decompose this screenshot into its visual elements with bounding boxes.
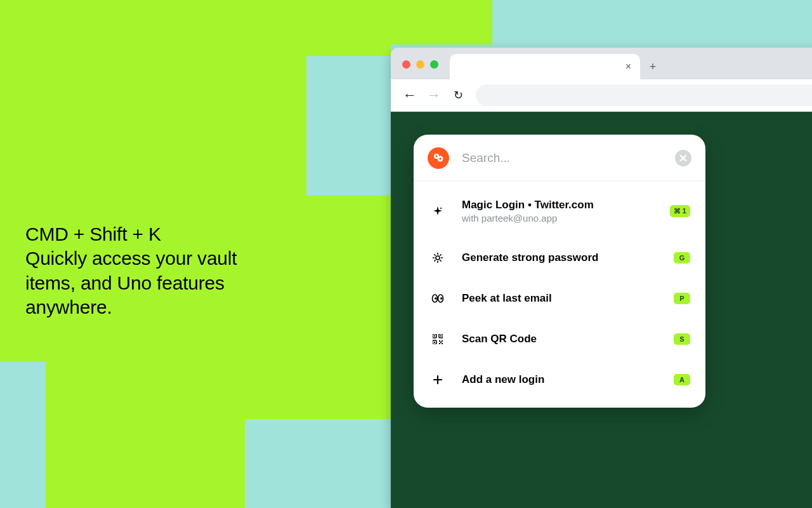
bg-teal-notch [306,56,391,196]
gear-sun-icon [429,252,447,264]
canvas: CMD + Shift + K Quickly access your vaul… [0,0,812,508]
shortcut-badge: G [674,252,690,264]
palette-header: Search... [414,135,705,181]
close-icon [679,154,687,162]
promo-text: CMD + Shift + K Quickly access your vaul… [25,222,266,320]
svg-rect-21 [440,335,442,337]
close-tab-icon[interactable]: × [625,61,631,72]
svg-rect-23 [439,340,440,342]
item-title: Add a new login [462,373,674,386]
reload-button[interactable]: ↻ [452,89,464,102]
plus-icon: + [650,60,657,74]
arrow-right-icon: → [427,88,441,102]
palette-item-generate-password[interactable]: Generate strong password G [414,237,705,278]
browser-toolbar: ← → ↻ [391,79,812,112]
bg-teal-bl [0,362,46,508]
svg-point-15 [435,297,437,300]
promo-headline: CMD + Shift + K [25,224,161,244]
svg-line-10 [440,260,441,261]
item-title: Peek at last email [462,292,674,305]
uno-logo-icon [428,147,449,169]
bg-lime-top [391,0,492,44]
window-controls [402,60,438,69]
zoom-window-icon[interactable] [430,60,438,69]
arrow-left-icon: ← [403,88,417,102]
sparkle-icon [429,206,447,217]
close-window-icon[interactable] [402,60,410,69]
svg-rect-20 [434,335,435,337]
svg-rect-25 [439,343,440,344]
palette-item-peek-email[interactable]: Peek at last email P [414,278,705,319]
bg-teal-bottom [245,419,391,508]
svg-point-16 [440,297,443,300]
shortcut-badge: ⌘ 1 [670,205,690,217]
plus-icon [429,375,447,385]
shortcut-badge: P [674,293,690,304]
shortcut-badge: S [674,333,690,345]
item-subtitle: with parteek@uno.app [462,213,670,224]
new-tab-button[interactable]: + [640,54,665,79]
svg-point-2 [435,155,437,157]
svg-point-4 [436,256,440,260]
palette-item-magic-login[interactable]: Magic Login • Twitter.com with parteek@u… [414,185,705,237]
qr-icon [429,334,447,344]
eyes-icon [429,294,447,303]
item-title: Magic Login • Twitter.com [462,199,670,211]
palette-item-scan-qr[interactable]: Scan QR Code S [414,319,705,359]
minimize-window-icon[interactable] [416,60,424,69]
close-palette-button[interactable] [675,150,691,166]
palette-item-add-login[interactable]: Add a new login A [414,359,705,400]
shortcut-badge: A [674,374,690,385]
forward-button[interactable]: → [428,89,440,102]
svg-rect-22 [434,342,435,343]
address-bar[interactable] [476,84,812,106]
svg-rect-27 [440,342,442,343]
item-title: Scan QR Code [462,333,674,345]
svg-line-9 [435,255,435,255]
svg-rect-26 [442,343,443,344]
item-title: Generate strong password [462,251,674,264]
svg-point-3 [439,157,442,160]
svg-line-12 [435,260,435,261]
palette-list: Magic Login • Twitter.com with parteek@u… [414,181,705,408]
svg-rect-24 [442,340,443,342]
reload-icon: ↻ [454,88,463,102]
promo-body: Quickly access your vault items, and Uno… [25,248,237,318]
browser-tab[interactable]: × [450,54,640,79]
tab-bar: × + [391,48,812,79]
command-palette: Search... Magic Login • Twitter.com with… [414,135,705,408]
svg-line-11 [440,255,441,255]
search-input[interactable]: Search... [462,151,675,165]
back-button[interactable]: ← [403,89,416,102]
